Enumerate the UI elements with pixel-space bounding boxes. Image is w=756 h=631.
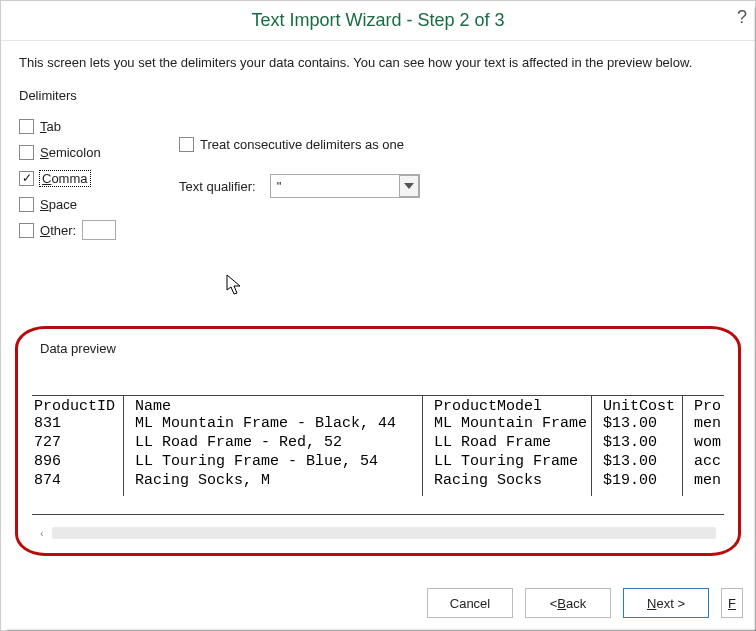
scroll-track[interactable]: [52, 527, 716, 539]
delim-space[interactable]: Space: [19, 191, 179, 217]
text-qualifier-label: Text qualifier:: [179, 179, 256, 194]
help-icon[interactable]: ?: [737, 7, 747, 28]
table-row: acc: [694, 453, 724, 472]
table-row: wom: [694, 434, 724, 453]
table-row: LL Touring Frame - Blue, 54: [135, 453, 418, 472]
wizard-body: This screen lets you set the delimiters …: [1, 41, 755, 243]
data-preview-section: Data preview ProductID 831 727 896 874 N…: [15, 326, 741, 556]
treat-label: Treat consecutive delimiters as one: [200, 137, 404, 152]
grid-col-1: Name ML Mountain Frame - Black, 44 LL Ro…: [133, 396, 423, 496]
cancel-button[interactable]: Cancel: [427, 588, 513, 618]
other-delimiter-input[interactable]: [82, 220, 116, 240]
checkbox-tab[interactable]: [19, 119, 34, 134]
checkbox-other[interactable]: [19, 223, 34, 238]
delim-other[interactable]: Other:: [19, 217, 179, 243]
chevron-down-icon[interactable]: [399, 175, 419, 197]
delimiters-column: Tab Semicolon Comma Space Other:: [19, 113, 179, 243]
finish-button[interactable]: F: [721, 588, 743, 618]
preview-scrollbar[interactable]: ‹: [40, 525, 716, 541]
table-row: 831: [34, 415, 119, 434]
grid-col-3: UnitCost $13.00 $13.00 $13.00 $19.00: [601, 396, 683, 496]
table-row: LL Road Frame - Red, 52: [135, 434, 418, 453]
table-row: $13.00: [603, 434, 678, 453]
title-bar: Text Import Wizard - Step 2 of 3 ?: [1, 1, 755, 41]
data-preview-label: Data preview: [40, 341, 116, 356]
grid-col-2: ProductModel ML Mountain Frame LL Road F…: [432, 396, 592, 496]
text-qualifier-value: ": [277, 179, 282, 194]
grid-col-4: Pro men wom acc men: [692, 396, 724, 496]
table-row: 896: [34, 453, 119, 472]
table-row: ML Mountain Frame: [434, 415, 587, 434]
scroll-left-icon[interactable]: ‹: [40, 527, 52, 539]
table-row: men: [694, 415, 724, 434]
delim-semicolon[interactable]: Semicolon: [19, 139, 179, 165]
wizard-window: Text Import Wizard - Step 2 of 3 ? This …: [0, 0, 756, 631]
delimiters-label: Delimiters: [19, 88, 737, 103]
table-row: Racing Socks, M: [135, 472, 418, 491]
checkbox-semicolon[interactable]: [19, 145, 34, 160]
treat-consecutive-row[interactable]: Treat consecutive delimiters as one: [179, 137, 737, 152]
table-row: LL Road Frame: [434, 434, 587, 453]
table-row: men: [694, 472, 724, 491]
next-button[interactable]: Next >: [623, 588, 709, 618]
table-row: LL Touring Frame: [434, 453, 587, 472]
options-column: Treat consecutive delimiters as one Text…: [179, 113, 737, 198]
checkbox-treat-consecutive[interactable]: [179, 137, 194, 152]
text-qualifier-row: Text qualifier: ": [179, 174, 737, 198]
intro-text: This screen lets you set the delimiters …: [19, 55, 737, 70]
checkbox-comma[interactable]: [19, 171, 34, 186]
table-row: Racing Socks: [434, 472, 587, 491]
grid-col-0: ProductID 831 727 896 874: [32, 396, 124, 496]
button-row: Cancel < Back Next > F: [427, 588, 743, 618]
window-title: Text Import Wizard - Step 2 of 3: [251, 10, 504, 31]
checkbox-space[interactable]: [19, 197, 34, 212]
delim-comma[interactable]: Comma: [19, 165, 179, 191]
back-button[interactable]: < Back: [525, 588, 611, 618]
delim-tab[interactable]: Tab: [19, 113, 179, 139]
delimiters-area: Tab Semicolon Comma Space Other:: [19, 113, 737, 243]
table-row: 874: [34, 472, 119, 491]
table-row: $13.00: [603, 453, 678, 472]
data-preview-grid: ProductID 831 727 896 874 Name ML Mounta…: [32, 395, 724, 515]
table-row: 727: [34, 434, 119, 453]
table-row: $19.00: [603, 472, 678, 491]
table-row: $13.00: [603, 415, 678, 434]
table-row: ML Mountain Frame - Black, 44: [135, 415, 418, 434]
cursor-icon: [226, 274, 244, 299]
text-qualifier-select[interactable]: ": [270, 174, 420, 198]
